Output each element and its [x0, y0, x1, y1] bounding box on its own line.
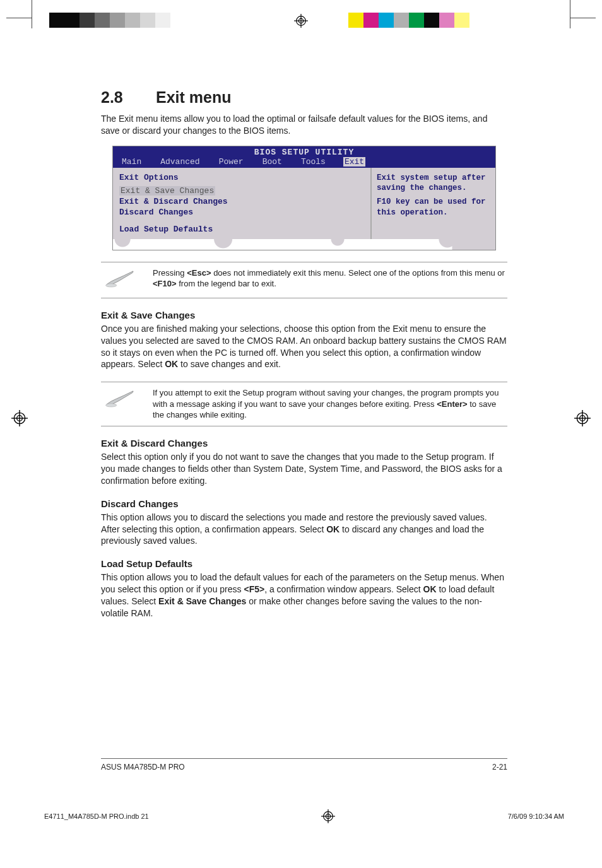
print-slug: E4711_M4A785D-M PRO.indb 21 7/6/09 9:10:…	[44, 809, 564, 823]
color-swatches	[348, 13, 469, 28]
swatch	[125, 13, 140, 28]
bios-menu-item: Discard Changes	[119, 208, 364, 217]
bios-help-line: Exit system setup after saving the chang…	[377, 173, 490, 194]
registration-mark-icon	[321, 809, 335, 823]
swatch	[64, 13, 80, 28]
subsection-heading: Load Setup Defaults	[101, 558, 507, 569]
page-footer: ASUS M4A785D-M PRO 2-21	[101, 758, 507, 771]
body-paragraph: Select this option only if you do not wa…	[101, 451, 507, 487]
swatch	[348, 13, 363, 28]
bios-tab-bar: MainAdvancedPowerBootToolsExit	[113, 157, 495, 168]
note-text: If you attempt to exit the Setup program…	[153, 387, 505, 421]
registration-mark-icon	[294, 14, 308, 28]
bios-tab: Exit	[343, 157, 365, 167]
bios-help-panel: Exit system setup after saving the chang…	[370, 168, 495, 250]
swatch	[379, 13, 394, 28]
bios-tab: Boot	[261, 157, 283, 167]
body-paragraph: Once you are finished making your select…	[101, 323, 507, 371]
subsection-heading: Exit & Save Changes	[101, 310, 507, 320]
svg-point-13	[105, 404, 116, 407]
bios-help-line: F10 key can be used for this operation.	[377, 197, 490, 218]
key-esc: <Esc>	[187, 268, 211, 278]
note-callout: If you attempt to exit the Setup program…	[101, 382, 507, 426]
intro-paragraph: The Exit menu items allow you to load th…	[101, 113, 507, 137]
bios-tab: Tools	[300, 157, 327, 167]
swatch	[394, 13, 409, 28]
swatch	[95, 13, 110, 28]
bios-tab: Power	[218, 157, 245, 167]
crop-mark-right	[570, 0, 580, 28]
bios-left-panel: Exit Options Exit & Save ChangesExit & D…	[113, 168, 370, 250]
registration-mark-icon	[11, 410, 28, 426]
bios-menu-item: Exit & Discard Changes	[119, 197, 364, 206]
subsection-heading: Discard Changes	[101, 498, 507, 509]
subsection-heading: Exit & Discard Changes	[101, 438, 507, 449]
swatch	[155, 13, 170, 28]
note-icon	[103, 387, 141, 413]
section-title: Exit menu	[156, 88, 231, 106]
bios-menu-item: Load Setup Defaults	[119, 225, 364, 234]
print-file: E4711_M4A785D-M PRO.indb 21	[44, 812, 149, 820]
swatch	[454, 13, 469, 28]
registration-mark-icon	[574, 410, 591, 426]
printer-marks-top	[0, 0, 602, 38]
section-heading: 2.8 Exit menu	[101, 88, 507, 107]
bios-title: BIOS SETUP UTILITY	[113, 146, 495, 157]
grayscale-swatches	[49, 13, 170, 28]
bios-screenshot: BIOS SETUP UTILITY MainAdvancedPowerBoot…	[112, 146, 496, 250]
bios-tab: Advanced	[159, 157, 201, 167]
bios-panel-header: Exit Options	[119, 173, 364, 182]
section-number: 2.8	[101, 88, 151, 107]
body-paragraph: This option allows you to load the defau…	[101, 572, 507, 619]
swatch	[409, 13, 424, 28]
bios-menu-item: Exit & Save Changes	[119, 186, 215, 196]
note-callout: Pressing <Esc> does not immediately exit…	[101, 262, 507, 298]
svg-point-12	[105, 284, 116, 287]
crop-mark-left	[22, 0, 32, 28]
swatch	[439, 13, 454, 28]
note-icon	[103, 267, 141, 293]
swatch	[49, 13, 64, 28]
swatch	[140, 13, 155, 28]
print-datetime: 7/6/09 9:10:34 AM	[508, 812, 564, 820]
footer-product: ASUS M4A785D-M PRO	[101, 763, 185, 771]
note-text: Pressing <Esc> does not immediately exit…	[153, 267, 505, 290]
key-enter: <Enter>	[437, 399, 467, 409]
footer-page-number: 2-21	[492, 763, 507, 771]
bios-tab: Main	[121, 157, 143, 167]
swatch	[110, 13, 125, 28]
swatch	[363, 13, 379, 28]
swatch	[424, 13, 439, 28]
page-content: 2.8 Exit menu The Exit menu items allow …	[101, 88, 507, 771]
swatch	[80, 13, 95, 28]
body-paragraph: This option allows you to discard the se…	[101, 512, 507, 548]
key-f10: <F10>	[153, 279, 177, 288]
